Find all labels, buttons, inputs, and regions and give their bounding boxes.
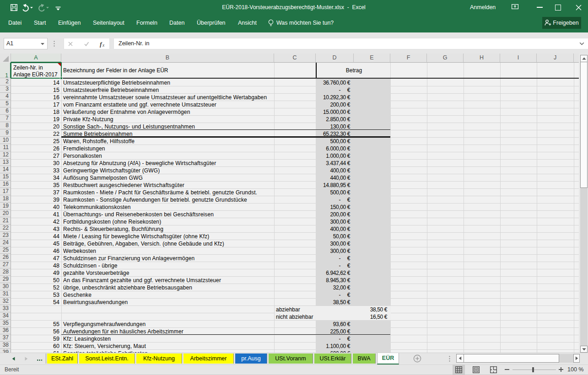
svg-text:x: x	[102, 43, 105, 48]
